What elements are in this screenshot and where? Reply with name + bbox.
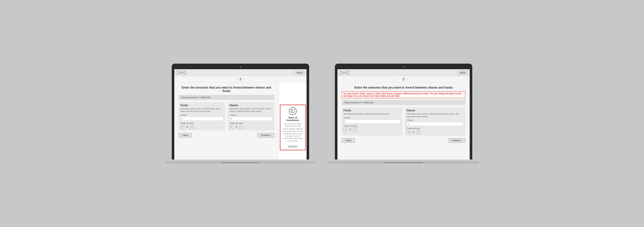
left-shares-trades-label: Trades per year	[230, 122, 273, 124]
right-breadcrumb: 1 2 3	[338, 76, 470, 82]
right-browser-chrome: FAQs	[338, 69, 470, 76]
right-funds-value: 4	[348, 128, 352, 131]
left-screen-outer: FAQs 1 2 3 Enter the amounts that you wa…	[172, 64, 309, 159]
right-shares-col: Shares Information about shares. Add Inf…	[405, 107, 466, 136]
right-funds-title: Funds	[344, 109, 400, 112]
right-funds-decrement[interactable]: <	[344, 128, 347, 132]
right-step-2: 2	[402, 77, 405, 81]
left-investment-columns: Funds Information about funds. Add Infor…	[178, 102, 274, 130]
right-investment-columns: Funds Information about funds. Add Infor…	[342, 107, 466, 136]
right-funds-amount-label: Amount	[344, 117, 400, 119]
left-tooltip-card: £ Value of Investment You can invest in …	[280, 105, 306, 150]
right-shares-stepper: < 4 >	[406, 130, 464, 134]
left-tooltip-title: Value of Investment	[282, 116, 303, 121]
right-continue-button[interactable]: Continue >	[448, 138, 466, 143]
left-step-1: 1	[236, 78, 237, 80]
left-shares-title: Shares	[230, 104, 273, 107]
left-funds-desc: Information about funds. Add Information…	[180, 108, 224, 113]
left-nav-buttons: < Back Continue >	[178, 133, 274, 138]
left-shares-desc: Information about shares. Add Informatio…	[230, 108, 273, 113]
left-faqs-button[interactable]: FAQs	[294, 71, 305, 75]
right-laptop: FAQs 1 2 3 Enter the amounts that you wa…	[328, 64, 479, 163]
right-alert-text: You can invest in funds, shares or both.…	[342, 91, 466, 98]
left-shares-amount-label: Amount	[230, 114, 273, 116]
right-camera	[403, 66, 404, 68]
left-screen-inner: FAQs 1 2 3 Enter the amounts that you wa…	[174, 69, 306, 159]
left-funds-trades-label: Trades per year	[180, 122, 224, 124]
right-step-3: 3	[407, 78, 408, 80]
left-total-investment: Total investment = £000,000	[178, 95, 274, 100]
left-logo	[176, 71, 187, 75]
page-wrapper: FAQs 1 2 3 Enter the amounts that you wa…	[4, 64, 640, 163]
right-page-heading: Enter the amounts that you want to inves…	[342, 86, 466, 89]
right-shares-increment[interactable]: >	[416, 130, 420, 134]
left-back-button[interactable]: < Back	[178, 133, 192, 138]
left-tooltip-icon: £	[289, 107, 297, 115]
right-logo	[339, 71, 350, 75]
right-content-area: Enter the amounts that you want to inves…	[338, 82, 470, 159]
left-shares-decrement[interactable]: <	[230, 125, 233, 129]
right-shares-title: Shares	[406, 109, 464, 112]
right-funds-stepper: < 4 >	[344, 128, 400, 132]
right-shares-value: 4	[412, 131, 415, 133]
left-screen-layout: Enter the amounts that you want to inves…	[174, 82, 306, 159]
right-faqs-button[interactable]: FAQs	[457, 71, 468, 75]
right-funds-col: Funds Information about funds. Add Infor…	[342, 107, 402, 136]
left-page-heading: Enter the amounts that you want to inves…	[178, 86, 274, 93]
left-breadcrumb: 1 2 3	[174, 76, 306, 82]
right-total-investment: Total investment = £000,000	[342, 100, 466, 105]
right-shares-decrement[interactable]: <	[406, 130, 410, 134]
left-funds-col: Funds Information about funds. Add Infor…	[178, 102, 225, 130]
left-browser-chrome: FAQs	[174, 69, 306, 76]
right-nav-buttons: < Back Continue >	[342, 138, 466, 143]
right-step-1: 1	[399, 78, 400, 80]
right-funds-amount-input[interactable]	[344, 120, 400, 124]
right-laptop-base	[328, 159, 479, 163]
left-tooltip-body: You can invest in funds, shares or both.…	[282, 123, 303, 142]
right-back-button[interactable]: < Back	[342, 138, 355, 143]
left-funds-value: 4	[186, 126, 189, 128]
right-screen-outer: FAQs 1 2 3 Enter the amounts that you wa…	[335, 64, 472, 159]
left-read-more-link[interactable]: Read more	[288, 145, 298, 147]
right-screen-inner: FAQs 1 2 3 Enter the amounts that you wa…	[338, 69, 470, 159]
right-shares-amount-input[interactable]	[406, 122, 464, 126]
left-laptop-base	[165, 159, 316, 163]
left-laptop: FAQs 1 2 3 Enter the amounts that you wa…	[165, 64, 316, 163]
left-funds-decrement[interactable]: <	[180, 125, 184, 129]
left-shares-col: Shares Information about shares. Add Inf…	[228, 102, 274, 130]
left-funds-stepper: < 4 >	[180, 125, 224, 129]
left-tooltip-area: £ Value of Investment You can invest in …	[279, 82, 306, 159]
left-step-3: 3	[244, 78, 245, 80]
right-shares-desc: Information about shares. Add Informatio…	[406, 113, 464, 118]
svg-text:£: £	[292, 110, 293, 112]
left-content-area: Enter the amounts that you want to inves…	[174, 82, 279, 159]
right-funds-desc: Information about funds. Add Information…	[344, 113, 400, 115]
left-funds-amount-input[interactable]	[180, 117, 224, 121]
left-shares-amount-input[interactable]	[230, 117, 273, 121]
right-shares-trades-label: Trades per year	[406, 127, 464, 129]
left-main-content: Enter the amounts that you want to inves…	[174, 82, 279, 159]
left-funds-title: Funds	[180, 104, 224, 107]
left-shares-value: 4	[235, 126, 238, 128]
left-shares-stepper: < 4 >	[230, 125, 273, 129]
left-funds-increment[interactable]: >	[190, 125, 194, 129]
left-continue-button[interactable]: Continue >	[258, 133, 274, 138]
left-shares-increment[interactable]: >	[239, 125, 243, 129]
left-camera	[240, 66, 241, 68]
left-step-2: 2	[239, 77, 242, 81]
right-funds-trades-label: Trades per year	[344, 125, 400, 127]
right-shares-amount-label: Amount	[406, 119, 464, 121]
left-funds-amount-label: Amount	[180, 114, 224, 116]
right-funds-increment[interactable]: >	[353, 128, 357, 132]
